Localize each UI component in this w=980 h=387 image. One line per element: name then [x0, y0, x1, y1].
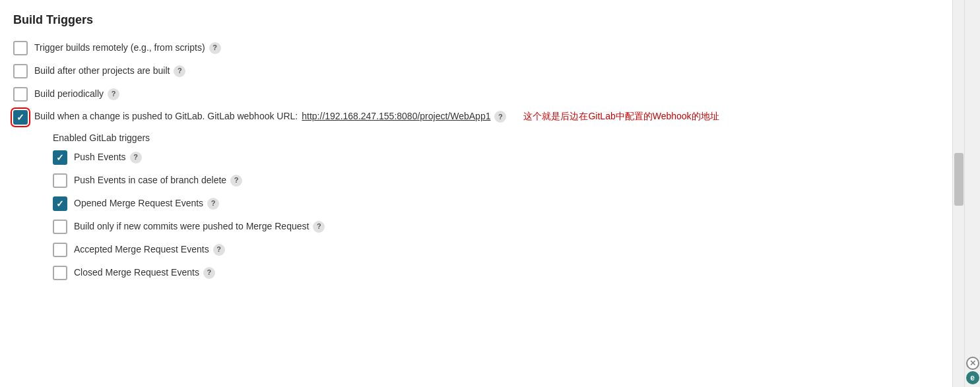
trigger-text-remotely: Trigger builds remotely (e.g., from scri… — [34, 42, 205, 55]
trigger-label-push-branch-delete: Push Events in case of branch delete ? — [74, 173, 242, 187]
scrollbar-track[interactable] — [952, 0, 964, 387]
trigger-text-gitlab-prefix: Build when a change is pushed to GitLab.… — [34, 111, 298, 121]
help-icon-new-commits[interactable]: ? — [313, 221, 325, 233]
scrollbar-thumb[interactable] — [954, 153, 964, 206]
page-container: Build Triggers Trigger builds remotely (… — [0, 0, 980, 387]
trigger-item-build-after: Build after other projects are built ? — [13, 63, 932, 78]
trigger-text-build-after: Build after other projects are built — [34, 65, 170, 78]
page-title: Build Triggers — [13, 13, 932, 27]
trigger-item-remotely: Trigger builds remotely (e.g., from scri… — [13, 40, 932, 55]
trigger-text-opened-merge: Opened Merge Request Events — [74, 197, 203, 210]
checkbox-push-events[interactable]: ✓ — [53, 150, 67, 165]
help-icon-push-events[interactable]: ? — [130, 152, 142, 164]
checkbox-build-after[interactable] — [13, 64, 28, 78]
checkbox-new-commits[interactable] — [53, 220, 67, 234]
trigger-text-accepted-merge: Accepted Merge Request Events — [74, 243, 209, 256]
help-icon-push-branch-delete[interactable]: ? — [230, 175, 242, 187]
help-icon-accepted-merge[interactable]: ? — [213, 244, 225, 256]
help-icon-gitlab[interactable]: ? — [494, 111, 506, 123]
trigger-text-push-branch-delete: Push Events in case of branch delete — [74, 174, 226, 187]
gitlab-trigger-label: Build when a change is pushed to GitLab.… — [34, 109, 932, 123]
checkbox-trigger-remotely[interactable] — [13, 41, 28, 55]
trigger-label-build-after: Build after other projects are built ? — [34, 63, 185, 78]
trigger-label-accepted-merge: Accepted Merge Request Events ? — [74, 242, 225, 256]
help-icon-trigger-remotely[interactable]: ? — [209, 42, 221, 54]
trigger-label-push-events: Push Events ? — [74, 150, 142, 164]
help-icon-opened-merge[interactable]: ? — [207, 198, 219, 210]
gitlab-annotation: 这个就是后边在GitLab中配置的Webhook的地址 — [523, 111, 719, 123]
trigger-label-remotely: Trigger builds remotely (e.g., from scri… — [34, 40, 221, 55]
checkbox-push-branch-delete[interactable] — [53, 173, 67, 188]
checkbox-opened-merge[interactable]: ✓ — [53, 196, 67, 211]
gitlab-trigger-container: Build when a change is pushed to GitLab.… — [34, 109, 932, 123]
gitlab-webhook-url[interactable]: http://192.168.247.155:8080/project/WebA… — [302, 111, 490, 121]
checkbox-check-push-events: ✓ — [56, 153, 64, 162]
trigger-item-opened-merge: ✓ Opened Merge Request Events ? — [53, 196, 932, 211]
trigger-item-push-events: ✓ Push Events ? — [53, 150, 932, 165]
trigger-label-build-periodically: Build periodically ? — [34, 86, 119, 101]
trigger-text-closed-merge: Closed Merge Request Events — [74, 266, 199, 280]
trigger-item-closed-merge: Closed Merge Request Events ? — [53, 265, 932, 280]
edit-icon: e — [970, 373, 975, 382]
main-content: Build Triggers Trigger builds remotely (… — [0, 0, 952, 387]
close-button[interactable]: ✕ — [966, 357, 979, 370]
help-icon-closed-merge[interactable]: ? — [203, 267, 215, 279]
checkbox-accepted-merge[interactable] — [53, 243, 67, 257]
checkbox-gitlab[interactable]: ✓ — [13, 110, 28, 125]
trigger-item-gitlab: ✓ Build when a change is pushed to GitLa… — [13, 109, 932, 125]
checkbox-build-periodically[interactable] — [13, 87, 28, 102]
checkbox-closed-merge[interactable] — [53, 266, 67, 280]
checkbox-check-opened-merge: ✓ — [56, 199, 64, 208]
gitlab-section-label: Enabled GitLab triggers — [53, 133, 932, 143]
trigger-text-build-periodically: Build periodically — [34, 88, 104, 101]
trigger-label-closed-merge: Closed Merge Request Events ? — [74, 265, 215, 280]
trigger-item-build-periodically: Build periodically ? — [13, 86, 932, 102]
help-icon-build-after[interactable]: ? — [174, 65, 185, 77]
checkbox-check-gitlab: ✓ — [16, 113, 24, 122]
trigger-item-push-branch-delete: Push Events in case of branch delete ? — [53, 173, 932, 188]
edit-button[interactable]: e — [966, 371, 979, 384]
trigger-label-new-commits: Build only if new commits were pushed to… — [74, 219, 325, 233]
trigger-text-push-events: Push Events — [74, 151, 126, 164]
close-icon: ✕ — [969, 359, 976, 368]
trigger-text-new-commits: Build only if new commits were pushed to… — [74, 220, 309, 233]
side-buttons-panel: ✕ e — [964, 0, 980, 387]
trigger-item-accepted-merge: Accepted Merge Request Events ? — [53, 242, 932, 257]
trigger-label-opened-merge: Opened Merge Request Events ? — [74, 196, 219, 210]
trigger-item-new-commits: Build only if new commits were pushed to… — [53, 219, 932, 234]
help-icon-build-periodically[interactable]: ? — [108, 88, 119, 100]
